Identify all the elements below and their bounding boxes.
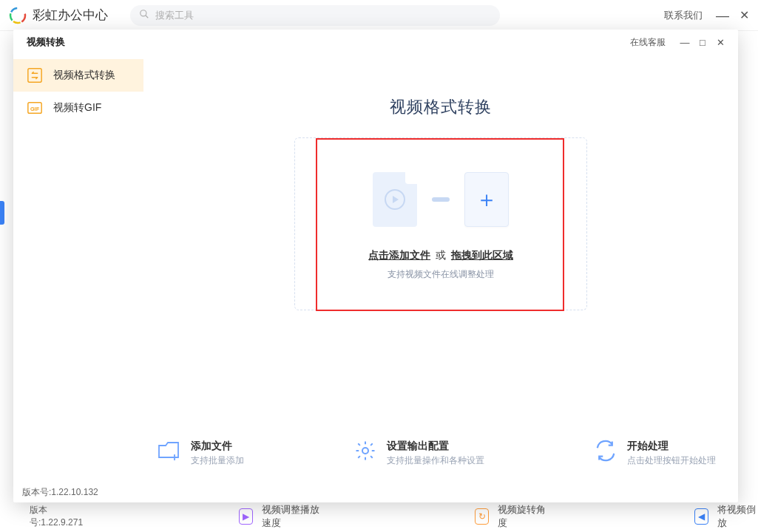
svg-point-11 <box>362 448 368 454</box>
bg-sidebar-active-marker <box>0 201 4 225</box>
process-icon <box>593 440 618 462</box>
step-start: 开始处理 点击处理按钮开始处理 <box>593 440 716 467</box>
dialog-title: 视频转换 <box>27 35 65 49</box>
svg-text:GIF: GIF <box>30 106 40 112</box>
bg-close-button[interactable]: ✕ <box>740 10 749 21</box>
drop-subtext: 支持视频文件在线调整处理 <box>388 268 494 281</box>
steps-row: 添加文件 支持批量添加 设置输出配置 支持批量操作和各种设置 <box>143 440 738 467</box>
plus-icon: ＋ <box>476 188 498 211</box>
sidebar-item-label: 视频格式转换 <box>53 69 115 82</box>
bg-header: 彩虹办公中心 联系我们 — ✕ <box>0 0 758 31</box>
dialog-version-label: 版本号:1.22.10.132 <box>22 486 98 499</box>
dialog-footer: 版本号:1.22.10.132 <box>13 482 738 502</box>
step-sub: 支持批量添加 <box>191 454 244 467</box>
reverse-icon: ◀ <box>694 508 708 525</box>
bg-contact-link[interactable]: 联系我们 <box>664 9 703 22</box>
gif-icon: GIF <box>27 100 43 116</box>
gear-icon <box>353 440 378 462</box>
convert-icon <box>27 67 43 83</box>
click-add-text: 点击添加文件 <box>368 249 430 261</box>
bg-feature-reverse[interactable]: ◀ 将视频倒放 <box>694 503 758 530</box>
bg-feature-speed[interactable]: ▶ 视频调整播放速度 <box>239 503 327 530</box>
step-add-file: 添加文件 支持批量添加 <box>157 440 244 467</box>
bg-version-label: 版本号:1.22.9.271 <box>30 504 91 529</box>
step-title: 设置输出配置 <box>387 440 484 453</box>
drop-zone-container: ＋ 点击添加文件 或 拖拽到此区域 支持视频文件在线调整处理 <box>294 137 587 310</box>
dialog-header: 视频转换 在线客服 — □ ✕ <box>13 30 738 55</box>
online-service-link[interactable]: 在线客服 <box>630 36 666 49</box>
sidebar-item-label: 视频转GIF <box>53 101 101 115</box>
or-text: 或 <box>436 249 446 261</box>
main-panel: 视频格式转换 ＋ 点击添加文件 或 拖拽到此区域 支持 <box>143 55 738 482</box>
folder-add-icon <box>157 440 182 462</box>
video-file-icon <box>373 172 417 227</box>
drag-text: 拖拽到此区域 <box>451 249 513 261</box>
bg-feature-rotate[interactable]: ↻ 视频旋转角度 <box>475 503 546 530</box>
bg-minimize-button[interactable]: — <box>716 9 729 22</box>
bg-app-title: 彩虹办公中心 <box>33 7 108 24</box>
bg-feature-label: 将视频倒放 <box>717 503 758 530</box>
drop-zone[interactable]: ＋ 点击添加文件 或 拖拽到此区域 支持视频文件在线调整处理 <box>295 138 586 310</box>
bg-bottom-bar: 版本号:1.22.9.271 ▶ 视频调整播放速度 ↻ 视频旋转角度 ◀ 将视频… <box>0 501 758 532</box>
speed-icon: ▶ <box>239 508 253 525</box>
step-sub: 支持批量操作和各种设置 <box>387 454 484 467</box>
sidebar: 视频格式转换 GIF 视频转GIF <box>13 55 143 482</box>
add-file-box-icon: ＋ <box>464 172 509 227</box>
rotate-icon: ↻ <box>475 508 489 525</box>
main-heading: 视频格式转换 <box>390 96 492 118</box>
drop-instruction: 点击添加文件 或 拖拽到此区域 <box>368 249 513 262</box>
bg-feature-label: 视频旋转角度 <box>498 503 546 530</box>
sidebar-item-video-format-convert[interactable]: 视频格式转换 <box>13 59 143 92</box>
svg-rect-6 <box>28 69 41 82</box>
step-title: 开始处理 <box>627 440 716 453</box>
bg-search-input[interactable] <box>155 10 491 21</box>
video-convert-dialog: 视频转换 在线客服 — □ ✕ 视频格式转换 GIF 视频转GIF 视频格式转换 <box>13 30 738 502</box>
dialog-close-button[interactable]: ✕ <box>711 37 729 48</box>
svg-line-5 <box>146 15 149 18</box>
play-icon <box>385 189 405 210</box>
dialog-minimize-button[interactable]: — <box>676 37 694 48</box>
app-logo-icon <box>9 7 27 24</box>
svg-point-4 <box>141 10 146 16</box>
bg-logo: 彩虹办公中心 <box>9 7 108 24</box>
step-sub: 点击处理按钮开始处理 <box>627 454 716 467</box>
step-title: 添加文件 <box>191 440 244 453</box>
step-configure: 设置输出配置 支持批量操作和各种设置 <box>353 440 484 467</box>
bg-search-box[interactable] <box>130 5 500 26</box>
bg-feature-label: 视频调整播放速度 <box>262 503 327 530</box>
dialog-maximize-button[interactable]: □ <box>694 37 711 48</box>
sidebar-item-video-to-gif[interactable]: GIF 视频转GIF <box>13 92 143 124</box>
dash-icon <box>432 197 450 202</box>
drop-zone-illustration: ＋ <box>373 172 509 227</box>
search-icon <box>139 9 149 22</box>
